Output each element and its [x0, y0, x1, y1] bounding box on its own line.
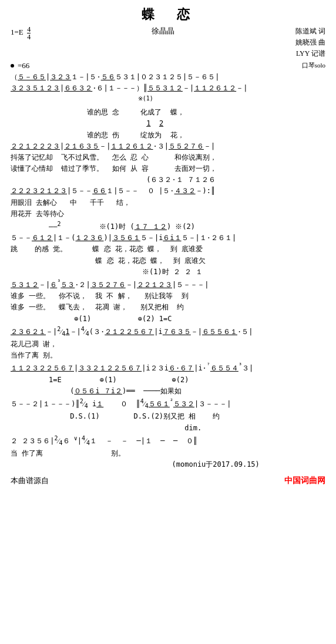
tempo-dot-icon — [11, 64, 14, 68]
footer-website: 中国词曲网 — [284, 476, 325, 486]
key-label: 1=E — [11, 28, 27, 36]
subtitle: 徐晶晶 — [31, 26, 295, 36]
footer-website-text: 中国词曲网 — [284, 476, 325, 485]
credits: 陈道斌 词 姚晓强 曲 LYY 记谱 — [295, 26, 325, 60]
music-section-7: １１２３２２５６７|３３２１２２５６７|i２３i６·６７|i·⁷６５５４³３| — [11, 361, 325, 374]
header-row: 1=E 44 徐晶晶 陈道斌 词 姚晓强 曲 LYY 记谱 — [11, 26, 325, 60]
transcriber: LYY 记谱 — [295, 48, 325, 59]
tempo-value: =66 — [18, 61, 29, 70]
lyricist: 陈道斌 词 — [295, 26, 325, 37]
music-section-8: 1=E ⊕(1) ⊕(2) (０５６i ７i２)══ ────如果如 ５－－２|… — [11, 375, 325, 423]
footer-source: 本曲谱源自 — [11, 476, 49, 486]
footer: 本曲谱源自 中国词曲网 — [11, 476, 325, 486]
composer: 姚晓强 曲 — [295, 37, 325, 48]
music-section-6: ⊕(1) ⊕(2) 1=C ２３６２１－|2⁄41－|4⁄4(３·２１２２５６７… — [11, 313, 325, 362]
page-container: 蝶 恋 1=E 44 徐晶晶 陈道斌 词 姚晓强 曲 LYY 记谱 =66 口琴… — [8, 6, 328, 486]
solo-label: 口琴solo — [302, 61, 325, 70]
key-time: 1=E 44 — [11, 26, 31, 41]
music-section-4: ——2 ※(1)时 (１７ １２) ※(2) ５－－６１２|１－(１２３６)|３… — [11, 220, 325, 267]
tempo-row: =66 口琴solo — [11, 61, 325, 70]
music-section-9: dim. ２ ２３５６|2⁄4６ ∨|4⁄4１ － － ─|１ ─ ─ ０║ 当… — [11, 423, 325, 471]
song-title: 蝶 恋 — [11, 6, 325, 23]
music-section-5: ※(1)时 ２ ２ １ ５３１２－|６³５３·２|３５２７６－|２２１２３|５－… — [11, 267, 325, 313]
music-section-2: ２２１２２２３|２１６３５－|１１２６１２·３|５５２７６－| 抖落了记忆却 飞… — [11, 141, 325, 175]
music-notation: （５－６５|３２３１－|５·５６５３１|０２３１２５|５－６５| ３２３５１２３… — [11, 72, 325, 141]
music-section-3: (６３２·１ ７１２６ ２２２３２１２３|５－－６６１|５－－ ０ |５·４３２… — [11, 174, 325, 220]
